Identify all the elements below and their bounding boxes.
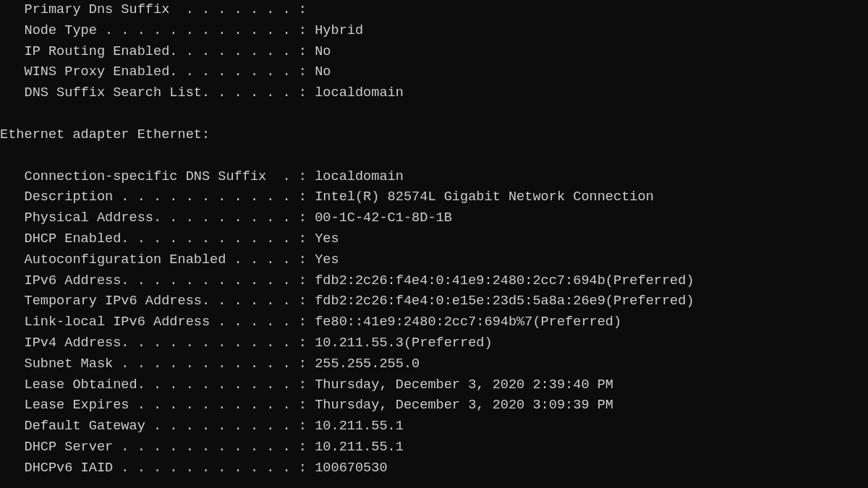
line-ipv6-address: IPv6 Address. . . . . . . . . . . : fdb2… [0,273,694,288]
line-ipv4-address: IPv4 Address. . . . . . . . . . . : 10.2… [0,335,493,351]
line-dhcpv6-iaid: DHCPv6 IAID . . . . . . . . . . . : 1006… [0,461,388,476]
line-dhcp-server: DHCP Server . . . . . . . . . . . : 10.2… [0,440,404,455]
line-description: Description . . . . . . . . . . . : Inte… [0,189,654,205]
line-link-local-ipv6: Link-local IPv6 Address . . . . . : fe80… [0,314,621,330]
line-node-type: Node Type . . . . . . . . . . . . : Hybr… [0,23,363,38]
line-subnet-mask: Subnet Mask . . . . . . . . . . . : 255.… [0,356,420,372]
line-ip-routing: IP Routing Enabled. . . . . . . . : No [0,44,331,59]
line-dhcp-enabled: DHCP Enabled. . . . . . . . . . . : Yes [0,231,339,247]
line-wins-proxy: WINS Proxy Enabled. . . . . . . . : No [0,64,331,80]
line-primary-dns-suffix: Primary Dns Suffix . . . . . . . : [0,2,307,17]
line-dns-suffix-search: DNS Suffix Search List. . . . . . : loca… [0,85,404,100]
line-physical-address: Physical Address. . . . . . . . . : 00-1… [0,210,452,226]
line-autoconfig: Autoconfiguration Enabled . . . . : Yes [0,252,339,267]
line-default-gateway: Default Gateway . . . . . . . . . : 10.2… [0,419,404,434]
line-lease-expires: Lease Expires . . . . . . . . . . : Thur… [0,398,613,413]
adapter-header: Ethernet adapter Ethernet: [0,127,210,142]
line-conn-dns-suffix: Connection-specific DNS Suffix . : local… [0,169,404,184]
line-temp-ipv6: Temporary IPv6 Address. . . . . . : fdb2… [0,294,694,309]
line-lease-obtained: Lease Obtained. . . . . . . . . . : Thur… [0,377,613,393]
terminal-output: Primary Dns Suffix . . . . . . . : Node … [0,0,868,479]
